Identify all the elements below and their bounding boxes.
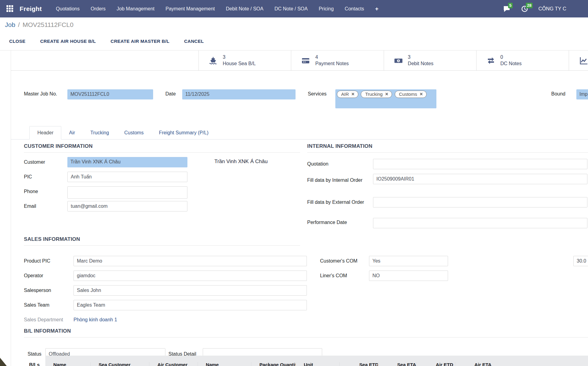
customers-com-field[interactable]: Yes (369, 256, 448, 266)
stat-dc-notes[interactable]: 0 DC Notes (476, 50, 569, 70)
internal-order-label: Fill data by Internal Order (307, 175, 370, 185)
plus-icon[interactable]: + (370, 6, 384, 12)
menu-quotations[interactable]: Quotations (51, 6, 85, 12)
stat-button-row: 3 House Sea B/L 4 Payment Notes (11, 50, 588, 71)
sales-department-link[interactable]: Phòng kinh doanh 1 (74, 317, 117, 323)
performance-date-field[interactable] (373, 218, 587, 228)
tag-label: Trucking (365, 92, 383, 97)
date-field[interactable]: 11/12/2025 (182, 89, 296, 99)
top-navbar: Freight Quotations Orders Job Management… (0, 0, 588, 17)
internal-order-field[interactable]: IO2509009AIR01 (373, 174, 587, 184)
bl-column-sea-etd[interactable]: Sea ETD (339, 362, 378, 366)
menu-job-management[interactable]: Job Management (111, 6, 160, 12)
tag-label: AIR (341, 92, 349, 97)
customer-label: Customer (24, 159, 45, 165)
line-chart-icon (579, 56, 588, 65)
exchange-arrows-icon (486, 56, 496, 65)
section-divider (24, 152, 300, 153)
customers-com-label: Customer's COM (320, 258, 357, 264)
bl-column-sea-eta[interactable]: Sea ETA (378, 362, 417, 366)
main-menu: Quotations Orders Job Management Payment… (51, 0, 384, 17)
product-pic-field[interactable]: Marc Demo (74, 256, 307, 266)
messages-icon[interactable]: 5 (503, 5, 511, 13)
menu-dc-note-soa[interactable]: DC Note / SOA (269, 6, 313, 12)
customer-field[interactable]: Trần Vinh XNK Á Châu (67, 157, 187, 167)
sales-department-label: Sales Department (24, 317, 63, 323)
ship-icon (209, 56, 218, 65)
corner-arrow-shape (0, 358, 7, 366)
bl-column-air-customer[interactable]: Air Customer (149, 362, 198, 366)
sales-team-field[interactable]: Eagles Team (74, 300, 307, 310)
product-pic-label: Product PIC (24, 258, 50, 264)
tab-header[interactable]: Header (29, 126, 61, 140)
master-job-no-field[interactable]: MOV251112FCL0 (67, 89, 153, 99)
stat-house-sea-bl[interactable]: 3 House Sea B/L (198, 50, 291, 70)
breadcrumb-separator: / (18, 21, 20, 28)
cancel-button[interactable]: CANCEL (184, 39, 204, 44)
menu-orders[interactable]: Orders (85, 6, 111, 12)
banknote-icon (394, 56, 403, 65)
app-title[interactable]: Freight (20, 5, 42, 13)
operator-field[interactable]: giamdoc (74, 271, 307, 281)
menu-contacts[interactable]: Contacts (339, 6, 370, 12)
external-order-field[interactable] (373, 197, 587, 207)
close-button[interactable]: CLOSE (9, 39, 25, 44)
bl-information-title: B/L INFORMATION (24, 328, 71, 334)
action-button-bar: CLOSE CREATE AIR HOUSE B/L CREATE AIR MA… (0, 32, 588, 50)
menu-pricing[interactable]: Pricing (313, 6, 339, 12)
tab-freight-summary[interactable]: Freight Summary (P/L) (151, 126, 216, 140)
quotation-field[interactable] (373, 159, 587, 169)
tab-air[interactable]: Air (61, 126, 83, 140)
customers-com-rate-field[interactable]: 30.0 (573, 256, 588, 266)
service-tag-air: AIR ✕ (337, 91, 358, 98)
tag-remove-icon[interactable]: ✕ (420, 92, 423, 96)
tag-remove-icon[interactable]: ✕ (351, 92, 355, 96)
job-form-screen: Freight Quotations Orders Job Management… (0, 0, 588, 366)
stat-analytics[interactable] (569, 50, 588, 70)
bl-column-name[interactable]: Name (45, 362, 90, 366)
stat-label: Debit Notes (408, 61, 434, 67)
bls-table-header: Name Sea Customer Air Customer Name Pack… (45, 356, 588, 366)
quotation-label: Quotation (307, 161, 328, 167)
tag-label: Customs (399, 92, 417, 97)
salesperson-field[interactable]: Sales John (74, 285, 307, 296)
menu-debit-note-soa[interactable]: Debit Note / SOA (220, 6, 269, 12)
stat-label: Payment Notes (315, 61, 349, 67)
bl-column-unit[interactable]: Unit (296, 362, 339, 366)
notebook-tabs: Header Air Trucking Customs Freight Summ… (29, 126, 216, 140)
menu-payment-management[interactable]: Payment Management (160, 6, 221, 12)
bl-column-sea-customer[interactable]: Sea Customer (90, 362, 149, 366)
section-divider (307, 152, 588, 153)
sheet-left-border (11, 50, 11, 366)
bound-field[interactable]: Imp (576, 89, 588, 99)
bl-column-package-quantity[interactable]: Package Quantity (251, 362, 296, 366)
tab-customs[interactable]: Customs (117, 126, 151, 140)
sales-information-title: SALES INFORMATION (24, 236, 80, 242)
breadcrumb-current: MOV251112FCL0 (23, 21, 74, 28)
tag-remove-icon[interactable]: ✕ (385, 92, 388, 96)
apps-grid-icon[interactable] (6, 5, 14, 13)
email-field[interactable]: tuan@gmail.com (67, 201, 187, 211)
phone-label: Phone (24, 189, 38, 194)
bl-column-air-eta[interactable]: Air ETA (455, 362, 494, 366)
services-field[interactable]: AIR ✕ Trucking ✕ Customs ✕ (335, 89, 436, 108)
liners-com-field[interactable]: NO (369, 271, 448, 281)
breadcrumb-job-link[interactable]: Job (5, 21, 15, 28)
status-label: Status (28, 351, 41, 357)
create-air-house-bl-button[interactable]: CREATE AIR HOUSE B/L (40, 39, 96, 44)
sales-team-label: Sales Team (24, 302, 49, 308)
bls-list-label: B/Ls (29, 362, 40, 366)
activities-clock-icon[interactable]: 28 (521, 5, 529, 13)
bl-column-air-etd[interactable]: Air ETD (417, 362, 455, 366)
bl-column-name-2[interactable]: Name (198, 362, 251, 366)
stat-payment-notes[interactable]: 4 Payment Notes (291, 50, 383, 70)
tab-trucking[interactable]: Trucking (83, 126, 117, 140)
customer-display-name: Trần Vinh XNK Á Châu (214, 159, 268, 165)
company-menu[interactable]: CÔNG TY C (538, 6, 566, 12)
phone-field[interactable] (67, 186, 187, 199)
bound-label: Bound (551, 91, 565, 97)
stat-debit-notes[interactable]: 3 Debit Notes (384, 50, 476, 70)
salesperson-label: Salesperson (24, 288, 51, 293)
create-air-master-bl-button[interactable]: CREATE AIR MASTER B/L (111, 39, 169, 44)
pic-field[interactable]: Anh Tuấn (67, 172, 187, 182)
